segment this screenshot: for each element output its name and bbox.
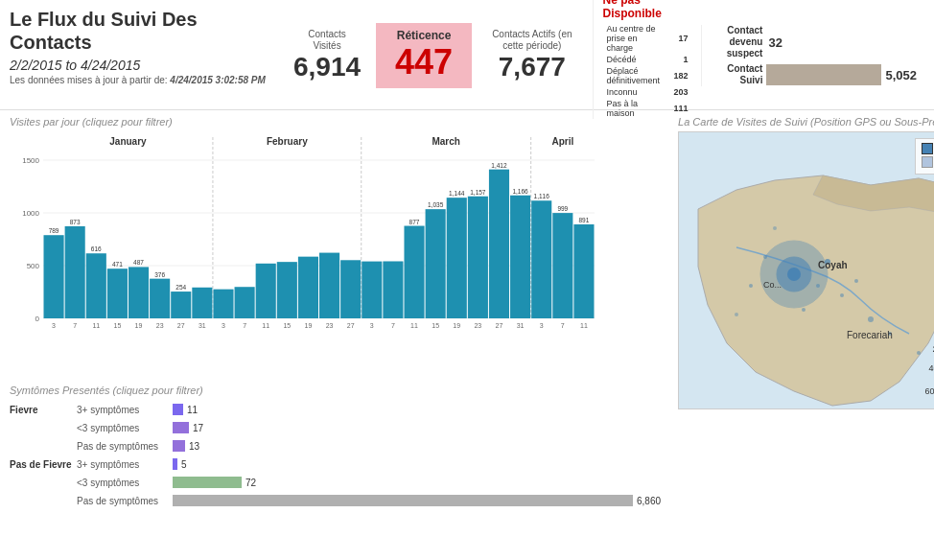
ne-pas-block: Ne pas Disponible Au centre de prise en … [593,0,702,119]
svg-text:500: 500 [27,262,40,270]
bar-17[interactable] [404,226,424,318]
symptom-bar[interactable] [173,458,177,470]
symptom-count: 6,860 [637,496,661,506]
svg-point-71 [735,313,738,316]
symptom-bar-wrap: 72 [173,477,661,488]
bar-9[interactable] [235,287,255,318]
updated-value: 4/24/2015 3:02:58 PM [170,75,266,85]
svg-text:487: 487 [133,259,144,266]
symptom-bar-wrap: 5 [173,458,661,470]
ne-pas-row-label: Au centre de prise en charge [603,23,670,54]
svg-point-62 [816,284,820,288]
svg-text:7: 7 [391,322,395,329]
ne-pas-table: Au centre de prise en charge17Décédé1Dép… [603,23,692,119]
svg-text:0: 0 [35,315,40,323]
ne-pas-row-label: Déplacé définitivement [603,65,670,86]
bar-0[interactable] [44,235,64,318]
bar-8[interactable] [213,290,233,318]
bar-1[interactable] [65,226,85,318]
bar-23[interactable] [531,200,551,318]
symptom-count: 5 [181,459,187,470]
symptom-count: 72 [245,478,256,488]
symptom-row: Pas de symptômes6,860 [10,493,661,508]
bar-19[interactable] [447,198,467,318]
updated-label: Les données mises à jour à partir de: [10,75,168,85]
bar-22[interactable] [510,196,530,318]
size-60k-text: 60,000 [925,386,935,396]
svg-text:15: 15 [432,322,439,329]
bar-15[interactable] [362,262,382,318]
bar-16[interactable] [383,261,403,318]
symptom-sub-label: 3+ symptômes [77,405,173,415]
contact-devenu-label: Contact devenu suspect [710,25,762,59]
contacts-visites-value: 6,914 [293,52,361,82]
map-title-text: La Carte de Visites de Suivi [678,116,807,128]
svg-text:15: 15 [114,322,122,329]
bar-14[interactable] [340,260,361,318]
bar-5[interactable] [150,279,170,318]
bar-25[interactable] [573,224,594,318]
reticence-value: 447 [395,42,453,82]
svg-text:11: 11 [410,322,418,329]
svg-text:23: 23 [474,322,481,329]
svg-text:15: 15 [283,322,291,329]
svg-text:616: 616 [91,245,102,252]
svg-text:877: 877 [409,219,420,225]
contact-block: Contact devenu suspect 32 Contact Suivi … [701,25,924,86]
right-panel: La Carte de Visites de Suivi (Position G… [670,110,934,560]
svg-text:1000: 1000 [22,209,39,218]
symptom-sub-label: Pas de symptômes [77,496,173,506]
bar-10[interactable] [256,264,276,318]
map-title: La Carte de Visites de Suivi (Position G… [678,116,934,128]
symptom-bar[interactable] [173,404,183,415]
bar-3[interactable] [107,268,128,318]
symptom-bar[interactable] [173,440,185,452]
bar-chart-container: 050010001500JanuaryFebruaryMarchApril789… [10,131,604,352]
bar-6[interactable] [171,292,191,318]
bar-11[interactable] [277,262,297,318]
svg-text:999: 999 [557,205,568,212]
svg-text:7: 7 [561,322,565,329]
svg-text:254: 254 [175,284,186,291]
svg-text:1,412: 1,412 [491,162,507,169]
bar-18[interactable] [426,209,446,318]
size-label-20k: 20,000 [925,341,935,357]
bar-12[interactable] [298,257,318,318]
svg-text:27: 27 [177,322,185,329]
svg-text:789: 789 [49,227,59,234]
page-title: Le Flux du Suivi Des Contacts [10,8,278,54]
bar-2[interactable] [86,253,106,318]
contacts-actifs-label: Contacts Actifs (en cette période) [487,29,576,52]
svg-text:January: January [109,136,147,147]
date-range: 2/2/2015 to 4/24/2015 [10,58,278,73]
symptom-bar[interactable] [173,477,242,488]
bar-7[interactable] [192,288,212,318]
svg-text:19: 19 [453,322,460,329]
symptoms-section: Symtômes Presentés (cliquez pour filtrer… [0,379,670,560]
stats-block: Contacts Visités 6,914 Réticence 447 Con… [278,8,924,104]
contact-devenu-item: Contact devenu suspect 32 [710,25,917,59]
bar-24[interactable] [552,213,572,318]
bar-13[interactable] [319,253,339,318]
svg-text:3: 3 [222,322,225,329]
bar-21[interactable] [489,170,509,318]
symptom-bar-wrap: 17 [173,422,661,433]
svg-point-66 [868,316,874,322]
contact-suivi-item: Contact Suivi 5,052 [710,63,917,86]
contact-suivi-bar [766,64,881,85]
symptom-row: <3 symptômes72 [10,475,661,490]
chart-title-text: Visites par jour [10,116,80,128]
bar-20[interactable] [468,197,488,318]
symptom-bar[interactable] [173,495,633,506]
size-40k-text: 40,000 [929,363,935,373]
svg-text:February: February [267,136,308,147]
svg-text:Co...: Co... [763,280,782,290]
map-svg: 1 Coyah Co... Forecariah [679,132,934,409]
svg-text:1,157: 1,157 [470,189,486,196]
svg-point-65 [749,284,753,288]
symptom-bar[interactable] [173,422,189,433]
bar-4[interactable] [128,267,149,318]
ne-pas-title: Ne pas Disponible [603,0,692,20]
reticence-stat: Réticence 447 [376,23,472,88]
svg-text:1,035: 1,035 [428,201,444,208]
